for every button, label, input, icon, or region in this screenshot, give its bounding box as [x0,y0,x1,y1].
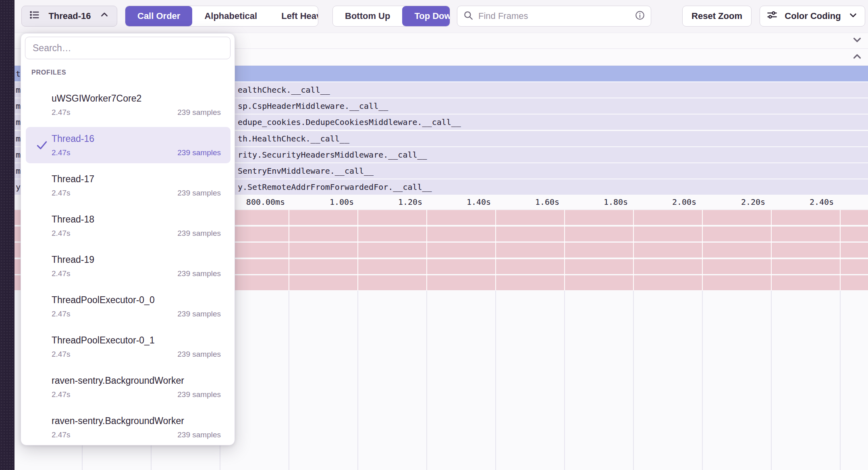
reset-zoom-button[interactable]: Reset Zoom [682,6,752,27]
gridline [357,210,358,290]
profile-item-name: ThreadPoolExecutor-0_1 [52,334,221,346]
direction-mode-group: Bottom Up Top Down [332,6,450,27]
profile-item-duration: 2.47s [52,269,70,279]
info-icon[interactable] [635,10,645,22]
left-navigation-rail [0,0,15,470]
gridline [426,210,427,290]
frame-label: y.SetRemoteAddrFromForwardedFor.__call__ [238,182,432,192]
gridline [702,291,703,470]
profile-item-duration: 2.47s [52,148,70,158]
profiler-app: tmealthCheck.__call__msp.CspHeaderMiddle… [0,0,868,470]
profile-item[interactable]: ThreadPoolExecutor-0_12.47s239 samples [26,329,230,365]
profile-item-samples: 239 samples [177,309,221,319]
profile-item-samples: 239 samples [177,390,221,399]
list-icon [29,9,40,23]
gridline [564,291,565,470]
find-frames-search [457,6,651,27]
gridline [633,210,634,290]
find-frames-input[interactable] [478,10,635,22]
search-icon [463,10,473,22]
frame-label-fragment: m [16,117,21,127]
chevron-down-icon[interactable] [851,34,863,48]
profile-search-input[interactable] [25,43,230,54]
direction-bottom-up[interactable]: Bottom Up [333,6,402,26]
thread-selector-button[interactable]: Thread-16 [21,6,117,27]
profile-item-meta: 2.47s239 samples [52,349,221,359]
axis-tick-label: 1.80s [604,197,628,207]
gridline [702,210,703,290]
profile-item-meta: 2.47s239 samples [52,188,221,198]
chevron-up-icon[interactable] [851,50,863,64]
profile-item-samples: 239 samples [177,349,221,359]
profile-item-meta: 2.47s239 samples [52,390,221,399]
axis-tick-label: 2.00s [672,197,696,207]
direction-top-down[interactable]: Top Down [402,6,450,26]
profile-item-name: raven-sentry.BackgroundWorker [52,415,221,427]
profile-item-samples: 239 samples [177,269,221,279]
gridline [771,210,772,290]
axis-tick-label: 1.60s [535,197,559,207]
axis-tick-label: 2.40s [810,197,834,207]
frame-label-fragment: m [16,101,21,111]
thread-selector-label: Thread-16 [48,11,91,21]
profile-item-duration: 2.47s [52,188,70,198]
profile-item-samples: 239 samples [177,430,221,440]
gridline [495,210,496,290]
profile-item-meta: 2.47s239 samples [52,269,221,279]
profile-item-duration: 2.47s [52,430,70,440]
frame-label: edupe_cookies.DedupeCookiesMiddleware.__… [238,117,461,127]
axis-tick-label: 2.20s [741,197,765,207]
profile-item-samples: 239 samples [177,108,221,117]
frame-label: SentryEnvMiddleware.__call__ [238,166,374,176]
flamegraph-toolbar: Thread-16 Call Order Alphabetical Left H… [15,0,868,33]
frame-label-fragment: m [16,85,21,95]
profile-item[interactable]: Thread-192.47s239 samples [26,248,230,284]
frame-label: th.HealthCheck.__call__ [238,134,349,143]
profile-item[interactable]: Thread-172.47s239 samples [26,167,230,204]
sort-mode-left-heavy[interactable]: Left Heavy [269,6,318,26]
frame-label-fragment: t [16,69,21,79]
axis-tick-label: 1.00s [330,197,354,207]
frame-label-fragment: m [16,134,21,143]
profile-item-name: Thread-16 [52,133,221,145]
profile-item[interactable]: Thread-162.47s239 samples [26,127,230,163]
profile-item[interactable]: raven-sentry.BackgroundWorker2.47s239 sa… [26,409,230,445]
gridline [840,210,841,290]
profile-picker-dropdown: PROFILES uWSGIWorker7Core22.47s239 sampl… [21,33,235,445]
axis-tick-label: 1.40s [467,197,491,207]
frame-label: sp.CspHeaderMiddleware.__call__ [238,101,388,111]
color-coding-button[interactable]: Color Coding [760,6,865,27]
profile-item-duration: 2.47s [52,349,70,359]
profile-item-name: Thread-18 [52,213,221,225]
profile-item-meta: 2.47s239 samples [52,148,221,158]
gridline [357,291,358,470]
frame-label: rity.SecurityHeadersMiddleware.__call__ [238,150,427,160]
axis-tick-label: 1.20s [398,197,422,207]
gridline [564,210,565,290]
sort-mode-call-order[interactable]: Call Order [125,6,192,26]
profile-item-meta: 2.47s239 samples [52,309,221,319]
frame-label: ealthCheck.__call__ [238,85,330,95]
profile-item-meta: 2.47s239 samples [52,229,221,238]
gridline [633,291,634,470]
profile-search [25,37,230,59]
profile-item-duration: 2.47s [52,309,70,319]
profile-item-meta: 2.47s239 samples [52,108,221,117]
profile-item[interactable]: Thread-182.47s239 samples [26,208,230,244]
profile-item-duration: 2.47s [52,108,70,117]
frame-label-fragment: m [16,150,21,160]
profile-item[interactable]: raven-sentry.BackgroundWorker2.47s239 sa… [26,369,230,405]
gridline [289,210,289,290]
gridline [771,291,772,470]
chevron-down-icon [848,10,858,23]
check-icon [35,139,48,152]
profile-item[interactable]: uWSGIWorker7Core22.47s239 samples [26,87,230,123]
profile-item-samples: 239 samples [177,229,221,238]
profile-item-name: uWSGIWorker7Core2 [52,92,221,104]
profile-item[interactable]: ThreadPoolExecutor-0_02.47s239 samples [26,288,230,324]
profile-item-samples: 239 samples [177,188,221,198]
sort-mode-alphabetical[interactable]: Alphabetical [192,6,269,26]
profile-item-samples: 239 samples [177,148,221,158]
profile-item-duration: 2.47s [52,390,70,399]
profile-list: uWSGIWorker7Core22.47s239 samplesThread-… [26,87,230,449]
